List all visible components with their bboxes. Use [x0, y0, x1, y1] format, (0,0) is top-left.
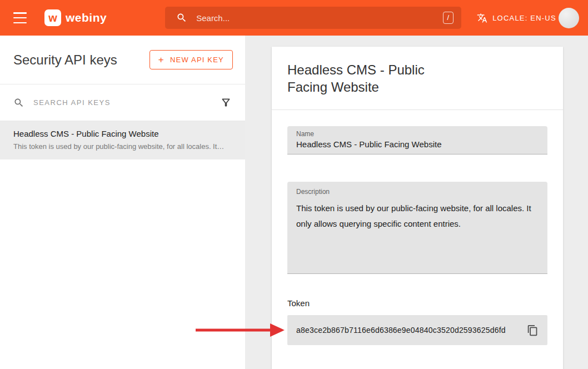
locale-label: LOCALE: EN-US [492, 14, 556, 22]
menu-icon [13, 12, 27, 14]
locale-selector[interactable]: LOCALE: EN-US [477, 13, 556, 23]
api-keys-search-bar [0, 84, 245, 121]
webiny-logo-icon: w [44, 9, 61, 26]
description-field[interactable]: Description This token is used by our pu… [287, 182, 547, 274]
filter-icon [220, 97, 232, 108]
page-title: Security API keys [13, 52, 117, 68]
token-label: Token [287, 298, 547, 308]
name-field-label: Name [296, 130, 539, 138]
detail-card-header: Headless CMS - Public Facing Website [272, 47, 563, 110]
webiny-logo[interactable]: w webiny [44, 9, 107, 26]
translate-icon [477, 13, 487, 23]
panel-header: Security API keys + NEW API KEY [0, 36, 245, 84]
name-field-value: Headless CMS - Public Facing Website [296, 139, 539, 149]
search-icon [13, 97, 24, 108]
filter-button[interactable] [220, 97, 232, 108]
global-search[interactable]: / [165, 7, 461, 29]
webiny-logo-text: webiny [66, 11, 107, 24]
new-api-key-label: NEW API KEY [170, 56, 224, 64]
copy-icon [527, 325, 539, 336]
menu-button[interactable] [13, 12, 28, 23]
api-keys-list: Headless CMS - Public Facing Website Thi… [0, 121, 245, 159]
token-value: a8e3ce2b867b7116e6d6386e9e04840c3520d259… [296, 326, 506, 335]
content-area: Headless CMS - Public Facing Website Nam… [245, 36, 588, 369]
list-item-title: Headless CMS - Public Facing Website [13, 129, 232, 138]
user-avatar[interactable] [559, 8, 579, 28]
detail-title: Headless CMS - Public Facing Website [287, 61, 454, 96]
api-key-detail-card: Headless CMS - Public Facing Website Nam… [272, 47, 563, 369]
top-bar: w webiny / LOCALE: EN-US [0, 0, 588, 36]
api-keys-search-input[interactable] [33, 98, 211, 107]
detail-card-body: Name Headless CMS - Public Facing Websit… [272, 110, 563, 361]
name-field[interactable]: Name Headless CMS - Public Facing Websit… [287, 126, 547, 154]
global-search-input[interactable] [196, 13, 442, 23]
list-item-description: This token is used by our public-facing … [13, 142, 232, 151]
description-field-label: Description [296, 188, 539, 196]
description-field-value: This token is used by our public-facing … [296, 201, 539, 232]
copy-token-button[interactable] [525, 322, 541, 338]
app-root: w webiny / LOCALE: EN-US Security API ke… [0, 0, 588, 369]
search-shortcut-badge: / [443, 12, 454, 24]
api-keys-panel: Security API keys + NEW API KEY [0, 36, 245, 369]
plus-icon: + [158, 55, 165, 64]
api-key-list-item[interactable]: Headless CMS - Public Facing Website Thi… [0, 121, 245, 159]
new-api-key-button[interactable]: + NEW API KEY [150, 50, 233, 69]
token-field: a8e3ce2b867b7116e6d6386e9e04840c3520d259… [287, 315, 547, 345]
search-icon [176, 12, 187, 23]
main-area: Security API keys + NEW API KEY [0, 36, 588, 369]
